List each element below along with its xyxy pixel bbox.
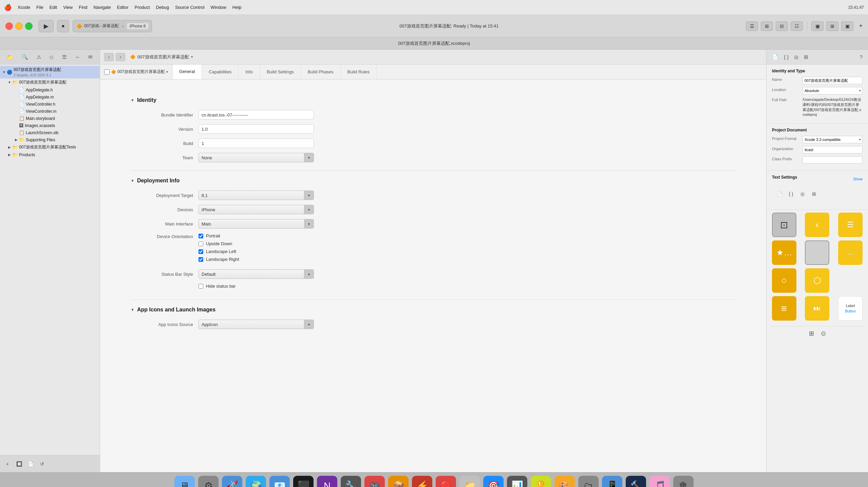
scheme-selector[interactable]: 🔶 007游戏···屏幕适配 › iPhone 6 xyxy=(73,20,152,32)
dock-app3[interactable]: 📦 xyxy=(388,476,409,487)
team-select[interactable]: None ▾ xyxy=(199,153,314,162)
sidebar-item-tests[interactable]: ▶ 📁 007游戏首页图片屏幕适配Tests xyxy=(0,143,100,151)
panel-btn-2[interactable]: ⊞ xyxy=(826,21,838,31)
bundle-identifier-input[interactable] xyxy=(199,110,314,120)
status-bar-select[interactable]: Default ▾ xyxy=(199,269,314,279)
orientation-landscape-left-checkbox[interactable] xyxy=(199,249,203,254)
widget-play[interactable]: ⏭ xyxy=(803,296,832,321)
maximize-button[interactable] xyxy=(25,22,33,30)
add-icon[interactable]: + xyxy=(859,22,863,30)
widget-table[interactable]: ☰ xyxy=(835,213,865,237)
rp-class-prefix-input[interactable] xyxy=(803,156,863,164)
deployment-target-select[interactable]: 8.1 ▾ xyxy=(199,191,314,200)
dock-app5[interactable]: 🔴 xyxy=(436,476,456,487)
menu-view[interactable]: View xyxy=(63,5,73,10)
tab-build-rules[interactable]: Build Rules xyxy=(341,65,377,79)
dock-app9[interactable]: 🎨 xyxy=(554,476,575,487)
toggle-root[interactable]: ▼ xyxy=(1,70,7,74)
tab-capabilities[interactable]: Capabilities xyxy=(202,65,239,79)
toggle-tests[interactable]: ▶ xyxy=(7,145,12,149)
dock-app1[interactable]: 🔧 xyxy=(341,476,361,487)
menu-editor[interactable]: Editor xyxy=(117,5,129,10)
rp-target-icon[interactable]: ◎ xyxy=(793,53,800,61)
sidebar-item-appdelegate-m[interactable]: 📄 AppDelegate.m xyxy=(0,93,100,101)
widget-label-button[interactable]: Label Button xyxy=(835,296,865,321)
widget-view[interactable]: ⊡ xyxy=(769,213,799,237)
deployment-toggle[interactable]: ▼ xyxy=(131,179,134,183)
version-input[interactable] xyxy=(199,124,314,134)
dock-terminal[interactable]: ⬛ xyxy=(293,476,314,487)
main-interface-select[interactable]: Main ▾ xyxy=(199,219,314,229)
ts-layout-icon[interactable]: ⊞ xyxy=(809,189,819,199)
minimize-button[interactable] xyxy=(15,22,23,30)
dock-itunes[interactable]: 🎵 xyxy=(649,476,670,487)
widget-grid-icon[interactable]: ⊞ xyxy=(769,296,799,321)
dock-xcode[interactable]: 🔨 xyxy=(626,476,646,487)
widget-star[interactable]: ★… xyxy=(769,240,799,265)
rp-bottom-grid-icon[interactable]: ⊞ xyxy=(809,330,814,337)
rp-bottom-clock-icon[interactable]: ⊙ xyxy=(821,330,826,337)
devices-select[interactable]: iPhone ▾ xyxy=(199,205,314,214)
breadcrumb-dropdown[interactable]: ▾ xyxy=(191,55,193,59)
menu-edit[interactable]: Edit xyxy=(50,5,57,10)
rp-location-select[interactable]: Absolute xyxy=(803,87,863,94)
nav-forward-button[interactable]: › xyxy=(116,53,125,61)
dock-mail[interactable]: 📧 xyxy=(269,476,290,487)
dock-app6[interactable]: 🎯 xyxy=(483,476,504,487)
apple-menu[interactable]: 🍎 xyxy=(4,4,12,11)
dock-safari[interactable]: 🌍 xyxy=(246,476,266,487)
sidebar-item-root[interactable]: ▼ 🔵 007游戏首页图片屏幕适配 2 targets, iOS SDK 8.1 xyxy=(0,66,100,78)
sidebar-item-viewcontroller-h[interactable]: 📄 ViewController.h xyxy=(0,101,100,108)
assistant-toggle[interactable]: ⊟ xyxy=(776,21,788,31)
orientation-upside-down-checkbox[interactable] xyxy=(199,241,203,246)
debug-toggle[interactable]: ⊞ xyxy=(761,21,773,31)
orientation-portrait-checkbox[interactable] xyxy=(199,234,203,238)
close-button[interactable] xyxy=(5,22,13,30)
tab-build-phases[interactable]: Build Phases xyxy=(301,65,341,79)
refresh-button[interactable]: ↺ xyxy=(38,460,46,468)
toggle-products[interactable]: ▶ xyxy=(7,153,12,157)
ts-code-icon[interactable]: { } xyxy=(786,189,796,199)
dock-finder[interactable]: 🖥 xyxy=(174,476,195,487)
dock-app4[interactable]: ⚡ xyxy=(412,476,432,487)
rp-project-format-select[interactable]: Xcode 3.2-compatible xyxy=(803,136,863,143)
dock-app8[interactable]: 🏆 xyxy=(531,476,551,487)
sidebar-icon-message[interactable]: ✉ xyxy=(86,53,95,61)
menu-help[interactable]: Help xyxy=(232,5,242,10)
widget-cube[interactable]: ⬡ xyxy=(803,268,832,293)
share-button[interactable]: 📄 xyxy=(26,460,35,468)
panel-btn-1[interactable]: ▣ xyxy=(811,21,824,31)
sidebar-item-launchscreen[interactable]: 📋 LaunchScreen.xib xyxy=(0,129,100,136)
sidebar-item-supporting-files[interactable]: ▶ 📁 Supporting Files xyxy=(0,136,100,143)
rp-text-settings-show[interactable]: Show xyxy=(853,177,863,181)
ts-target-icon[interactable]: ◎ xyxy=(798,189,807,199)
toggle-group-main[interactable]: ▼ xyxy=(7,80,12,84)
rp-code-icon[interactable]: { } xyxy=(782,53,790,61)
tab-info[interactable]: Info xyxy=(239,65,260,79)
widget-back[interactable]: ‹ xyxy=(803,213,832,237)
widget-circle[interactable]: ○ xyxy=(769,268,799,293)
dock-filezilla[interactable]: 📁 xyxy=(459,476,480,487)
rp-question-icon[interactable]: ? xyxy=(858,53,864,61)
run-button[interactable]: ▶ xyxy=(39,20,54,32)
stop-button[interactable]: ■ xyxy=(57,20,69,32)
dock-preferences[interactable]: ⚙ xyxy=(198,476,219,487)
orientation-landscape-right-checkbox[interactable] xyxy=(199,257,203,262)
menu-debug[interactable]: Debug xyxy=(156,5,169,10)
toggle-supporting-files[interactable]: ▶ xyxy=(14,138,19,142)
sidebar-item-images[interactable]: 🖼 Images.xcassets xyxy=(0,122,100,129)
sidebar-item-viewcontroller-m[interactable]: 📄 ViewController.m xyxy=(0,108,100,115)
dock-app2[interactable]: 🎮 xyxy=(364,476,385,487)
build-input[interactable] xyxy=(199,139,314,148)
panel-btn-3[interactable]: ▣ xyxy=(841,21,853,31)
tab-build-settings[interactable]: Build Settings xyxy=(260,65,301,79)
identity-toggle[interactable]: ▼ xyxy=(131,98,134,102)
add-file-button[interactable]: + xyxy=(3,460,12,468)
rp-name-input[interactable] xyxy=(803,77,863,84)
dock-onenote[interactable]: N xyxy=(317,476,337,487)
menu-xcode[interactable]: Xcode xyxy=(18,5,30,10)
tab-checkbox[interactable] xyxy=(104,69,110,75)
menu-product[interactable]: Product xyxy=(135,5,150,10)
sidebar-icon-warning[interactable]: ⚠ xyxy=(35,53,43,61)
dock-app7[interactable]: 📊 xyxy=(507,476,527,487)
